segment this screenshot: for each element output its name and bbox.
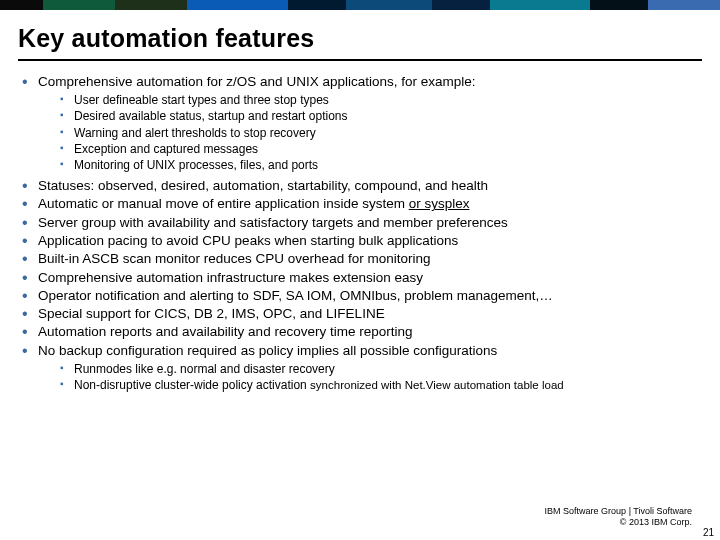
bullet-list: Comprehensive automation for z/OS and UN… — [20, 73, 700, 394]
sub-list-item: Non-disruptive cluster-wide policy activ… — [38, 377, 700, 394]
decorative-top-strip — [0, 0, 720, 10]
sub-list-item-text: Warning and alert thresholds to stop rec… — [74, 126, 316, 140]
list-item: Comprehensive automation infrastructure … — [20, 269, 700, 286]
strip-segment — [187, 0, 288, 10]
sub-list-item-text: User defineable start types and three st… — [74, 93, 329, 107]
sub-list-item-text: Runmodes like e.g. normal and disaster r… — [74, 362, 335, 376]
strip-segment — [288, 0, 346, 10]
title-underline — [18, 59, 702, 61]
list-item-text: Built-in ASCB scan monitor reduces CPU o… — [38, 251, 430, 266]
strip-segment — [432, 0, 490, 10]
strip-segment — [490, 0, 591, 10]
list-item: Statuses: observed, desired, automation,… — [20, 177, 700, 194]
strip-segment — [0, 0, 43, 10]
strip-segment — [346, 0, 432, 10]
list-item: Comprehensive automation for z/OS and UN… — [20, 73, 700, 173]
footer: IBM Software Group | Tivoli Software © 2… — [545, 506, 692, 529]
content-area: Comprehensive automation for z/OS and UN… — [0, 65, 720, 394]
strip-segment — [648, 0, 720, 10]
sub-list-item-tail: synchronized with Net.View automation ta… — [310, 379, 564, 391]
list-item-text: Statuses: observed, desired, automation,… — [38, 178, 488, 193]
underlined-phrase: or sysplex — [409, 196, 470, 211]
list-item-text: Operator notification and alerting to SD… — [38, 288, 553, 303]
sub-list: User defineable start types and three st… — [38, 92, 700, 173]
slide: Key automation features Comprehensive au… — [0, 0, 720, 540]
footer-line-2: © 2013 IBM Corp. — [545, 517, 692, 528]
list-item-text: Special support for CICS, DB 2, IMS, OPC… — [38, 306, 385, 321]
list-item-text: Application pacing to avoid CPU peaks wh… — [38, 233, 458, 248]
list-item: Server group with availability and satis… — [20, 214, 700, 231]
list-item: Special support for CICS, DB 2, IMS, OPC… — [20, 305, 700, 322]
sub-list-item: Exception and captured messages — [38, 141, 700, 157]
list-item-text: Comprehensive automation infrastructure … — [38, 270, 423, 285]
sub-list: Runmodes like e.g. normal and disaster r… — [38, 361, 700, 394]
list-item: Automatic or manual move of entire appli… — [20, 195, 700, 212]
strip-segment — [43, 0, 115, 10]
list-item-text: Comprehensive automation for z/OS and UN… — [38, 74, 475, 89]
list-item: Operator notification and alerting to SD… — [20, 287, 700, 304]
sub-list-item-text: Exception and captured messages — [74, 142, 258, 156]
sub-list-item: Monitoring of UNIX processes, files, and… — [38, 157, 700, 173]
list-item: Application pacing to avoid CPU peaks wh… — [20, 232, 700, 249]
list-item: Built-in ASCB scan monitor reduces CPU o… — [20, 250, 700, 267]
list-item-text: Server group with availability and satis… — [38, 215, 508, 230]
page-number: 21 — [703, 527, 714, 538]
sub-list-item: Desired available status, startup and re… — [38, 108, 700, 124]
strip-segment — [115, 0, 187, 10]
sub-list-item: User defineable start types and three st… — [38, 92, 700, 108]
sub-list-item: Warning and alert thresholds to stop rec… — [38, 125, 700, 141]
sub-list-item-text: Desired available status, startup and re… — [74, 109, 347, 123]
strip-segment — [590, 0, 648, 10]
page-title: Key automation features — [18, 24, 702, 53]
list-item-text: Automation reports and availability and … — [38, 324, 412, 339]
title-wrap: Key automation features — [0, 10, 720, 55]
list-item: No backup configuration required as poli… — [20, 342, 700, 394]
sub-list-item: Runmodes like e.g. normal and disaster r… — [38, 361, 700, 377]
footer-line-1: IBM Software Group | Tivoli Software — [545, 506, 692, 517]
list-item: Automation reports and availability and … — [20, 323, 700, 340]
list-item-text: Automatic or manual move of entire appli… — [38, 196, 409, 211]
sub-list-item-text: Monitoring of UNIX processes, files, and… — [74, 158, 318, 172]
list-item-text: No backup configuration required as poli… — [38, 343, 497, 358]
sub-list-item-text: Non-disruptive cluster-wide policy activ… — [74, 378, 310, 392]
